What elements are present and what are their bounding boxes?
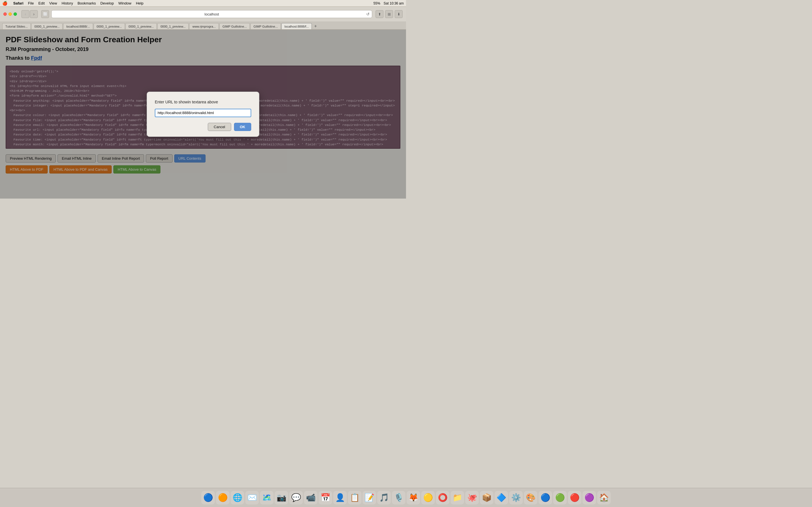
menubar-help[interactable]: Help [136,1,144,5]
menubar-window[interactable]: Window [118,1,132,5]
share-button[interactable]: ⬆ [375,10,384,18]
dialog-overlay: Enter URL to showin textarea above Cance… [0,30,406,199]
minimize-window-button[interactable] [8,12,12,16]
browser-toolbar: ‹ › ⬜ localhost ↺ ⬆ ⊞ ⬇ [0,7,406,21]
reload-button[interactable]: ↺ [366,12,370,16]
tab-2[interactable]: localhost:8888/... [63,23,93,29]
add-tab-button[interactable]: + [312,23,319,29]
tab-0[interactable]: Tutorial Slideo... [2,23,31,29]
tabs-bar: Tutorial Slideo... 0000_1_preview... loc… [0,21,406,29]
tab-4[interactable]: 0000_1_preview... [125,23,157,29]
dialog-cancel-button[interactable]: Cancel [208,123,231,131]
close-window-button[interactable] [3,12,7,16]
browser-chrome: ‹ › ⬜ localhost ↺ ⬆ ⊞ ⬇ Tutorial Slideo.… [0,7,406,30]
sidebar-toggle-button[interactable]: ⬜ [41,10,49,18]
toolbar-actions: ⬆ ⊞ ⬇ [375,10,403,18]
menubar-bookmarks[interactable]: Bookmarks [78,1,96,5]
clock: Sat 10:36 am [384,1,404,5]
page-content: PDF Slideshow and Form Creation Helper R… [0,30,406,199]
tab-8[interactable]: GIMP Guillotine... [250,23,281,29]
menubar-safari[interactable]: Safari [13,1,23,5]
menubar-history[interactable]: History [61,1,73,5]
dialog-url-input[interactable] [155,109,251,117]
battery-status: 55% [373,1,380,5]
forward-button[interactable]: › [30,10,38,18]
tab-5[interactable]: 0000_1_preview... [157,23,189,29]
window-controls [3,12,17,16]
tab-1[interactable]: 0000_1_preview... [31,23,63,29]
menubar-view[interactable]: View [49,1,57,5]
menubar: 🍎 Safari File Edit View History Bookmark… [0,0,406,7]
menubar-file[interactable]: File [28,1,34,5]
dialog-ok-button[interactable]: OK [234,123,252,131]
menubar-develop[interactable]: Develop [100,1,114,5]
new-tab-button[interactable]: ⊞ [385,10,393,18]
url-text: localhost [204,12,219,16]
dialog-buttons: Cancel OK [155,123,251,131]
menubar-edit[interactable]: Edit [38,1,45,5]
download-button[interactable]: ⬇ [395,10,403,18]
tab-3[interactable]: 0000_1_preview... [94,23,125,29]
maximize-window-button[interactable] [13,12,17,16]
nav-buttons: ‹ › [21,10,38,18]
tab-7[interactable]: GIMP Guillotine... [219,23,250,29]
back-button[interactable]: ‹ [21,10,29,18]
dialog-box: Enter URL to showin textarea above Cance… [147,92,259,137]
url-bar[interactable]: localhost ↺ [51,10,372,18]
tab-9[interactable]: localhost:8888/f... [282,23,312,29]
tab-6[interactable]: www.rjmprogra... [189,23,219,29]
apple-menu[interactable]: 🍎 [2,1,8,6]
menubar-right: 55% Sat 10:36 am [373,1,404,5]
dialog-title: Enter URL to showin textarea above [155,100,251,104]
